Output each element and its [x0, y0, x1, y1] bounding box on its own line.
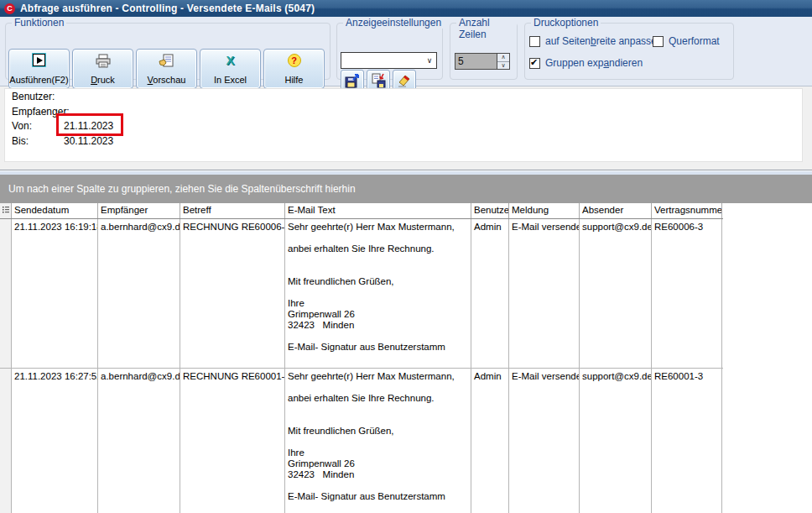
empfaenger-label: Empfaenger: [12, 106, 70, 118]
cell-empfaenger[interactable]: a.bernhard@cx9.de [98, 369, 180, 513]
excel-icon: X [226, 54, 234, 67]
cell-empfaenger[interactable]: a.bernhard@cx9.de [98, 219, 180, 368]
column-header-sendedatum[interactable]: Sendedatum [12, 203, 98, 218]
cell-email-text[interactable]: Sehr geehrte(r) Herr Max Mustermann, anb… [285, 219, 471, 368]
column-header-benutzer[interactable]: Benutzer [471, 203, 509, 218]
window-titlebar: C Abfrage ausführen - Controlling - Vers… [0, 0, 812, 17]
hilfe-button[interactable]: ? Hilfe [263, 49, 325, 89]
row-indicator[interactable] [0, 219, 12, 368]
checkbox-seitenbreite[interactable]: auf Seitenbreite anpassen [529, 35, 662, 47]
cell-email-text[interactable]: Sehr geehrte(r) Herr Max Mustermann, anb… [285, 369, 471, 513]
group-by-drop-zone[interactable]: Um nach einer Spalte zu gruppieren, zieh… [0, 175, 812, 203]
group-druckoptionen: Druckoptionen [524, 23, 734, 80]
save-settings-as-icon [370, 73, 387, 88]
cell-betreff[interactable]: RECHNUNG RE60006-3 [180, 219, 285, 368]
anzahl-zeilen-value: 5 [455, 54, 497, 69]
checkbox-seitenbreite-box[interactable] [529, 36, 540, 47]
result-grid: Um nach einer Spalte zu gruppieren, zieh… [0, 170, 812, 513]
table-row[interactable]: 21.11.2023 16:19:18 a.bernhard@cx9.de RE… [0, 219, 723, 369]
query-filter-panel: Benutzer: Empfaenger: Von: 21.11.2023 Bi… [4, 88, 803, 162]
column-chooser-button[interactable] [0, 203, 12, 218]
group-anzahl-zeilen: Anzahl Zeilen [450, 23, 518, 80]
anzeige-combobox[interactable]: ∨ [341, 52, 437, 69]
preview-icon [159, 54, 175, 68]
von-date-value[interactable]: 21.11.2023 [64, 120, 113, 132]
cell-absender[interactable]: support@cx9.de [580, 219, 652, 368]
group-funktionen-label: Funktionen [12, 17, 66, 29]
spinner-up-icon: ∧ [497, 54, 509, 62]
grid-header-row: Sendedatum Empfänger Betreff E-Mail Text… [0, 203, 723, 219]
toolbar: Funktionen Ausführen(F2) Druck Vorschau … [0, 17, 812, 86]
group-anzeige-label: Anzeigeeinstellungen [343, 17, 444, 29]
cell-sendedatum[interactable]: 21.11.2023 16:27:52 [12, 369, 98, 513]
cell-sendedatum[interactable]: 21.11.2023 16:19:18 [12, 219, 98, 368]
column-header-betreff[interactable]: Betreff [180, 203, 285, 218]
vorschau-button[interactable]: Vorschau [136, 49, 197, 89]
printer-icon [95, 54, 112, 68]
window-title: Abfrage ausführen - Controlling - Versen… [20, 3, 315, 14]
help-icon: ? [288, 54, 301, 67]
chevron-down-icon[interactable]: ∨ [423, 56, 436, 65]
anzahl-zeilen-spinner: 5 ∧ ∨ [455, 53, 510, 70]
app-logo-icon: C [4, 3, 15, 14]
bis-date-value[interactable]: 30.11.2023 [64, 135, 113, 147]
cell-benutzer[interactable]: Admin [471, 369, 509, 513]
delete-settings-icon [396, 73, 413, 88]
druck-button[interactable]: Druck [72, 49, 133, 89]
group-druck-label: Druckoptionen [531, 17, 601, 29]
group-anzahl-label: Anzahl Zeilen [456, 17, 517, 40]
von-label: Von: [12, 120, 32, 132]
benutzer-label: Benutzer: [12, 91, 55, 102]
cell-meldung[interactable]: E-Mail versendet [509, 219, 580, 368]
column-header-email-text[interactable]: E-Mail Text [285, 203, 471, 218]
bis-label: Bis: [12, 135, 29, 147]
run-icon [33, 54, 45, 66]
cell-vertragsnummer[interactable]: RE60006-3 [652, 219, 722, 368]
row-indicator[interactable] [0, 369, 12, 513]
cell-meldung[interactable]: E-Mail versendet [509, 369, 580, 513]
checkbox-querformat-box[interactable] [653, 36, 664, 47]
checkbox-gruppen-box[interactable] [529, 58, 540, 69]
column-header-absender[interactable]: Absender [580, 203, 652, 218]
column-header-empfaenger[interactable]: Empfänger [98, 203, 180, 218]
spinner-down-icon: ∨ [497, 62, 509, 70]
cell-betreff[interactable]: RECHNUNG RE60001-3 [180, 369, 285, 513]
checkbox-querformat[interactable]: Querformat [653, 35, 720, 47]
group-by-hint: Um nach einer Spalte zu gruppieren, zieh… [8, 183, 356, 195]
checkbox-gruppen-expandieren[interactable]: Gruppen expandieren [529, 57, 643, 69]
table-row[interactable]: 21.11.2023 16:27:52 a.bernhard@cx9.de RE… [0, 369, 723, 513]
column-chooser-icon [2, 205, 10, 214]
cell-vertragsnummer[interactable]: RE60001-3 [652, 369, 722, 513]
cell-benutzer[interactable]: Admin [471, 219, 509, 368]
in-excel-button[interactable]: X In Excel [200, 49, 261, 89]
column-header-meldung[interactable]: Meldung [509, 203, 580, 218]
save-settings-icon [344, 73, 361, 88]
cell-absender[interactable]: support@cx9.de [580, 369, 652, 513]
column-header-vertragsnummer[interactable]: Vertragsnummer [652, 203, 722, 218]
ausfuehren-button[interactable]: Ausführen(F2) [8, 49, 70, 89]
